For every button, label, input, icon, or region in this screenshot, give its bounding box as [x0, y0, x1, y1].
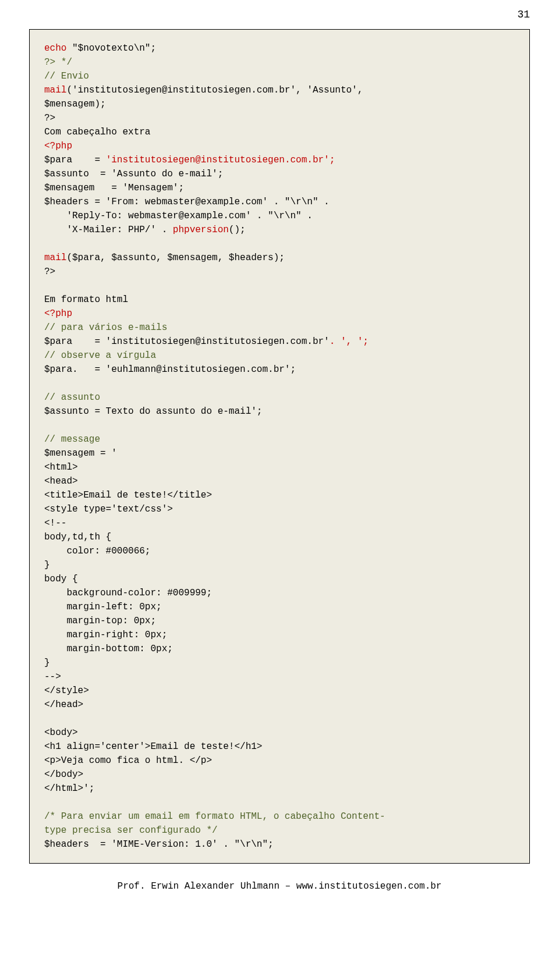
- code-line: ?> */: [44, 57, 72, 68]
- code-line: type precisa ser configurado */: [44, 825, 218, 836]
- code-line: $headers = 'From: webmaster@example.com'…: [44, 197, 330, 207]
- code-line: ();: [229, 225, 246, 235]
- code-line: 'Reply-To: webmaster@example.com' . "\r\…: [44, 211, 313, 221]
- code-line: Em formato html: [44, 294, 128, 305]
- code-line: </html>';: [44, 783, 94, 794]
- code-line: $assunto = 'Assunto do e-mail';: [44, 169, 223, 179]
- code-line: <?php: [44, 308, 72, 319]
- code-line: 'X-Mailer: PHP/' .: [44, 225, 173, 235]
- code-line: <style type='text/css'>: [44, 504, 173, 514]
- code-line: $mensagem);: [44, 99, 106, 109]
- code-line: // Envio: [44, 71, 89, 81]
- code-line: $assunto = Texto do assunto do e-mail';: [44, 406, 262, 417]
- page-number: 31: [0, 0, 559, 23]
- code-line: // observe a vírgula: [44, 350, 156, 361]
- code-line: }: [44, 560, 50, 570]
- code-line: <?php: [44, 141, 72, 151]
- code-line: $mensagem = 'Mensagem';: [44, 183, 184, 193]
- code-line: <body>: [44, 727, 78, 738]
- code-line: "$novotexto\n";: [66, 43, 156, 54]
- code-line: $para. = 'euhlmann@institutosiegen.com.b…: [44, 364, 296, 375]
- code-line: // para vários e-mails: [44, 322, 167, 333]
- code-line: $para =: [44, 155, 106, 165]
- code-line: margin-bottom: 0px;: [44, 644, 173, 654]
- code-line: ?>: [44, 267, 55, 277]
- code-line: </head>: [44, 700, 83, 710]
- code-line: mail: [44, 253, 66, 263]
- code-line: </style>: [44, 686, 89, 696]
- code-line: $para = 'institutosiegen@institutosiegen…: [44, 336, 330, 347]
- code-line: </body>: [44, 769, 83, 780]
- code-line: // assunto: [44, 392, 100, 403]
- code-line: 'institutosiegen@institutosiegen.com.br'…: [106, 155, 335, 165]
- code-line: background-color: #009999;: [44, 588, 212, 598]
- code-line: <html>: [44, 462, 78, 473]
- code-line: ?>: [44, 113, 55, 123]
- code-line: phpversion: [173, 225, 229, 235]
- code-line: Com cabeçalho extra: [44, 127, 150, 137]
- code-block: echo "$novotexto\n"; ?> */ // Envio mail…: [29, 29, 530, 864]
- code-line: <p>Veja como fica o html. </p>: [44, 755, 212, 766]
- code-line: <!--: [44, 518, 66, 528]
- code-line: $headers = 'MIME-Version: 1.0' . "\r\n";: [44, 839, 274, 850]
- code-line: }: [44, 658, 50, 668]
- code-line: ($para, $assunto, $mensagem, $headers);: [66, 253, 284, 263]
- code-line: body {: [44, 574, 78, 584]
- code-line: echo: [44, 43, 66, 54]
- code-line: margin-left: 0px;: [44, 602, 162, 612]
- code-line: <h1 align='center'>Email de teste!</h1>: [44, 741, 262, 752]
- code-line: mail: [44, 85, 66, 95]
- page-footer: Prof. Erwin Alexander Uhlmann – www.inst…: [0, 875, 559, 909]
- code-line: body,td,th {: [44, 532, 111, 542]
- code-line: <title>Email de teste!</title>: [44, 490, 212, 500]
- code-line: /* Para enviar um email em formato HTML,…: [44, 811, 385, 822]
- code-line: <head>: [44, 476, 78, 487]
- code-line: . ', ';: [330, 336, 369, 347]
- code-line: ('institutosiegen@institutosiegen.com.br…: [66, 85, 363, 95]
- code-line: // message: [44, 434, 100, 445]
- code-line: -->: [44, 672, 61, 682]
- code-line: color: #000066;: [44, 546, 150, 556]
- code-line: $mensagem = ': [44, 448, 117, 459]
- code-line: margin-right: 0px;: [44, 630, 167, 640]
- code-line: margin-top: 0px;: [44, 616, 156, 626]
